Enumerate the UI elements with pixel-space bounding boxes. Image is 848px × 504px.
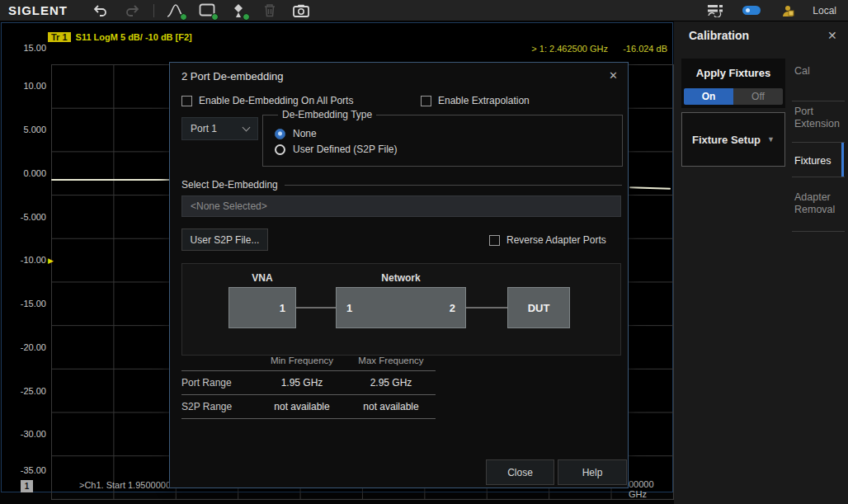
y-axis-label: 15.00 xyxy=(3,43,46,53)
y-axis-label: -25.00 xyxy=(3,386,46,396)
connector-line xyxy=(296,307,336,309)
fixture-setup-dropdown[interactable]: Fixture Setup ▼ xyxy=(681,112,785,167)
checkbox-icon xyxy=(421,96,431,106)
sidebar-title: Calibration xyxy=(689,29,749,42)
port-select[interactable]: Port 1 xyxy=(181,117,258,140)
y-axis-label: -35.00 xyxy=(3,465,46,475)
reference-level-marker-icon: ▶ xyxy=(48,257,54,265)
tab-divider xyxy=(792,231,845,232)
network-label: Network xyxy=(336,272,466,284)
channel-window-badge[interactable]: 1 xyxy=(21,480,33,492)
network-node: 1 2 xyxy=(336,287,466,328)
display-window-icon[interactable] xyxy=(197,2,217,19)
network-diagram: VNA Network 1 1 2 DUT xyxy=(181,263,621,356)
top-toolbar: SIGLENT xyxy=(0,0,848,21)
table-divider xyxy=(181,418,436,419)
help-button[interactable]: Help xyxy=(558,459,627,485)
checkbox-icon xyxy=(181,96,192,106)
y-axis-label: -30.00 xyxy=(3,429,46,439)
trace-count-badge xyxy=(180,13,187,21)
touch-indicator-icon[interactable] xyxy=(742,2,761,19)
chevron-down-icon xyxy=(243,124,251,132)
table-header-max: Max Frequency xyxy=(346,356,436,365)
page-layout-icon[interactable] xyxy=(705,2,725,19)
y-axis-label: -5.000 xyxy=(3,212,46,222)
row-max-value: 2.95 GHz xyxy=(346,377,436,389)
tab-fixtures[interactable]: Fixtures xyxy=(794,155,846,167)
table-row-port-range: Port Range 1.95 GHz 2.95 GHz xyxy=(181,371,436,394)
close-button[interactable]: Close xyxy=(486,459,554,485)
checkbox-label: Enable De-Embedding On All Ports xyxy=(199,95,353,106)
apply-fixtures-block: Apply Fixtures On Off xyxy=(681,59,785,108)
row-min-value: 1.95 GHz xyxy=(257,377,346,389)
select-de-embedding-group: Select De-Embedding xyxy=(181,179,622,191)
y-axis-label: 5.000 xyxy=(3,125,46,134)
row-label: Port Range xyxy=(181,377,257,389)
radio-none[interactable]: None xyxy=(275,128,622,139)
marker-frequency-readout: > 1: 2.462500 GHz xyxy=(451,44,608,54)
toolbar-right-group: Local xyxy=(694,2,848,19)
enable-all-ports-checkbox[interactable]: Enable De-Embedding On All Ports xyxy=(181,94,353,107)
table-row-s2p-range: S2P Range not available not available xyxy=(181,395,436,418)
checkbox-icon xyxy=(489,235,500,246)
tab-adapter-removal[interactable]: Adapter Removal xyxy=(794,191,846,216)
network-port-1: 1 xyxy=(346,302,352,314)
channel-stop-frequency-partial: 00000 GHz xyxy=(629,479,672,499)
group-divider xyxy=(285,185,622,186)
dropdown-triangle-icon: ▼ xyxy=(767,135,775,144)
delete-trace-icon[interactable] xyxy=(260,2,280,19)
dut-node: DUT xyxy=(507,287,570,328)
marker-level-readout: -16.024 dB xyxy=(616,44,667,54)
trace-settings-icon[interactable] xyxy=(166,2,186,19)
screenshot-icon[interactable] xyxy=(291,2,311,19)
sidebar-close-icon[interactable]: ✕ xyxy=(827,29,837,42)
y-axis-label: -10.00 xyxy=(3,255,46,265)
tab-cal[interactable]: Cal xyxy=(794,65,846,78)
undo-icon[interactable] xyxy=(91,2,111,19)
trace-badge[interactable]: Tr 1 xyxy=(48,32,71,42)
trace-segment-left xyxy=(51,179,171,181)
enable-extrapolation-checkbox[interactable]: Enable Extrapolation xyxy=(421,94,530,107)
marker-count-badge xyxy=(243,13,250,21)
active-tab-indicator xyxy=(841,143,844,177)
network-port-2: 2 xyxy=(450,302,455,314)
de-embedding-dialog: 2 Port De-embedding ✕ Enable De-Embeddin… xyxy=(169,62,629,488)
radio-label: None xyxy=(293,128,317,139)
tab-divider xyxy=(792,101,845,101)
table-header-row: Min Frequency Max Frequency xyxy=(181,351,436,370)
apply-fixtures-toggle: On Off xyxy=(684,88,783,105)
vna-node: 1 xyxy=(228,287,296,328)
dialog-close-icon[interactable]: ✕ xyxy=(609,69,618,82)
tab-port-extension[interactable]: Port Extension xyxy=(794,106,846,130)
user-account-icon[interactable] xyxy=(778,2,798,19)
radio-unselected-icon xyxy=(275,144,285,155)
local-mode-label[interactable]: Local xyxy=(813,5,836,16)
tab-divider xyxy=(792,177,845,177)
y-axis-label: 0.000 xyxy=(3,168,46,178)
marker-icon[interactable] xyxy=(228,2,248,19)
frequency-range-table: Min Frequency Max Frequency Port Range 1… xyxy=(181,351,436,419)
connector-line xyxy=(466,307,507,309)
y-axis-label: -20.00 xyxy=(3,342,46,352)
calibration-sidebar: Calibration ✕ Apply Fixtures On Off Fixt… xyxy=(674,21,848,504)
toolbar-divider xyxy=(153,4,154,17)
radio-selected-icon xyxy=(275,129,285,139)
radio-user-defined[interactable]: User Defined (S2P File) xyxy=(275,144,622,155)
app-screen: SIGLENT xyxy=(0,0,848,504)
radio-label: User Defined (S2P File) xyxy=(293,144,398,155)
toggle-off-button[interactable]: Off xyxy=(733,88,783,105)
dialog-title: 2 Port De-embedding xyxy=(181,70,284,82)
table-header-min: Min Frequency xyxy=(257,356,346,365)
window-count-badge xyxy=(211,13,219,21)
dut-label: DUT xyxy=(528,302,550,314)
trace-info-label[interactable]: S11 LogM 5 dB/ -10 dB [F2] xyxy=(76,32,192,42)
redo-icon[interactable] xyxy=(122,2,142,19)
selected-file-field[interactable]: <None Selected> xyxy=(181,195,621,217)
reverse-adapter-ports-checkbox[interactable]: Reverse Adapter Ports xyxy=(489,233,606,247)
siglent-logo: SIGLENT xyxy=(8,3,79,17)
user-s2p-file-button[interactable]: User S2P File... xyxy=(181,228,268,251)
row-max-value: not available xyxy=(346,401,436,412)
toggle-on-button[interactable]: On xyxy=(684,88,733,105)
y-axis-label: 10.00 xyxy=(3,81,46,91)
row-label: S2P Range xyxy=(181,401,257,412)
